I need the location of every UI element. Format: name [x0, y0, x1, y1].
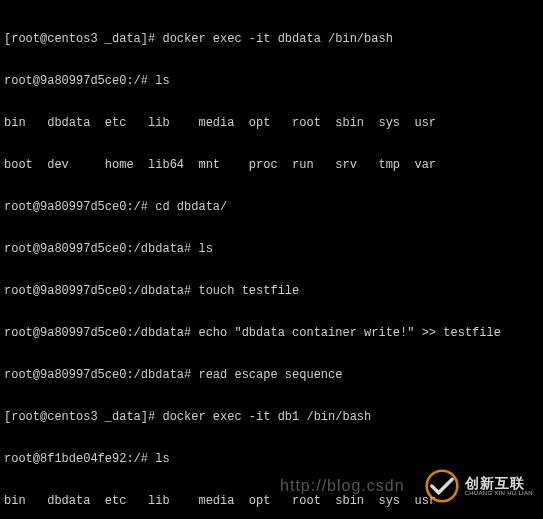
- terminal-line: [root@centos3 _data]# docker exec -it db…: [4, 410, 539, 424]
- terminal-line: boot dev home lib64 mnt proc run srv tmp…: [4, 158, 539, 172]
- terminal-output[interactable]: [root@centos3 _data]# docker exec -it db…: [4, 4, 539, 519]
- terminal-line: root@9a80997d5ce0:/dbdata# touch testfil…: [4, 284, 539, 298]
- terminal-line: root@9a80997d5ce0:/dbdata# read escape s…: [4, 368, 539, 382]
- terminal-line: [root@centos3 _data]# docker exec -it db…: [4, 32, 539, 46]
- terminal-line: bin dbdata etc lib media opt root sbin s…: [4, 116, 539, 130]
- terminal-line: root@9a80997d5ce0:/# ls: [4, 74, 539, 88]
- terminal-line: root@9a80997d5ce0:/dbdata# ls: [4, 242, 539, 256]
- terminal-line: root@9a80997d5ce0:/# cd dbdata/: [4, 200, 539, 214]
- terminal-line: root@9a80997d5ce0:/dbdata# echo "dbdata …: [4, 326, 539, 340]
- terminal-line: root@8f1bde04fe92:/# ls: [4, 452, 539, 466]
- terminal-line: bin dbdata etc lib media opt root sbin s…: [4, 494, 539, 508]
